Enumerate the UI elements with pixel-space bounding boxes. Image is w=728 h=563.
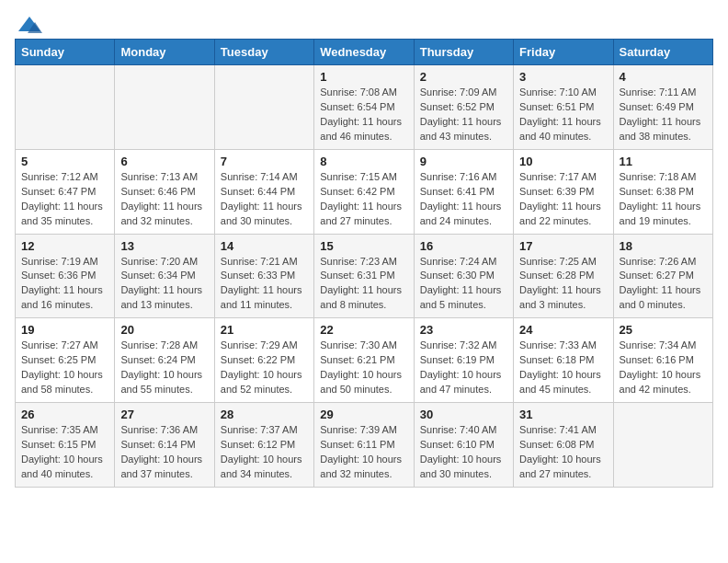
day-info: Sunrise: 7:13 AM Sunset: 6:46 PM Dayligh… bbox=[120, 170, 208, 229]
day-info: Sunrise: 7:19 AM Sunset: 6:36 PM Dayligh… bbox=[21, 255, 108, 314]
day-number: 19 bbox=[21, 323, 108, 337]
day-cell: 6Sunrise: 7:13 AM Sunset: 6:46 PM Daylig… bbox=[115, 149, 214, 234]
week-row-4: 19Sunrise: 7:27 AM Sunset: 6:25 PM Dayli… bbox=[16, 318, 713, 403]
day-info: Sunrise: 7:10 AM Sunset: 6:51 PM Dayligh… bbox=[519, 86, 607, 144]
day-cell: 30Sunrise: 7:40 AM Sunset: 6:10 PM Dayli… bbox=[414, 403, 513, 488]
day-info: Sunrise: 7:40 AM Sunset: 6:10 PM Dayligh… bbox=[420, 423, 507, 482]
day-cell: 4Sunrise: 7:11 AM Sunset: 6:49 PM Daylig… bbox=[613, 65, 712, 150]
day-number: 4 bbox=[620, 70, 707, 84]
day-info: Sunrise: 7:08 AM Sunset: 6:54 PM Dayligh… bbox=[320, 86, 407, 144]
header-day-wednesday: Wednesday bbox=[314, 40, 414, 65]
day-cell: 9Sunrise: 7:16 AM Sunset: 6:41 PM Daylig… bbox=[414, 149, 513, 234]
day-info: Sunrise: 7:34 AM Sunset: 6:16 PM Dayligh… bbox=[620, 339, 707, 397]
day-cell: 1Sunrise: 7:08 AM Sunset: 6:54 PM Daylig… bbox=[314, 65, 414, 150]
day-cell: 10Sunrise: 7:17 AM Sunset: 6:39 PM Dayli… bbox=[514, 149, 613, 234]
day-number: 12 bbox=[21, 239, 108, 253]
day-cell: 5Sunrise: 7:12 AM Sunset: 6:47 PM Daylig… bbox=[16, 149, 115, 234]
day-cell bbox=[16, 65, 115, 150]
day-info: Sunrise: 7:36 AM Sunset: 6:14 PM Dayligh… bbox=[120, 423, 208, 482]
day-info: Sunrise: 7:15 AM Sunset: 6:42 PM Dayligh… bbox=[320, 170, 407, 229]
day-cell: 15Sunrise: 7:23 AM Sunset: 6:31 PM Dayli… bbox=[314, 234, 414, 318]
header-day-sunday: Sunday bbox=[16, 40, 115, 65]
day-number: 3 bbox=[519, 70, 607, 84]
day-info: Sunrise: 7:24 AM Sunset: 6:30 PM Dayligh… bbox=[420, 255, 507, 314]
day-number: 15 bbox=[320, 239, 407, 253]
day-number: 26 bbox=[21, 408, 108, 421]
day-number: 22 bbox=[320, 323, 407, 337]
day-info: Sunrise: 7:11 AM Sunset: 6:49 PM Dayligh… bbox=[620, 86, 707, 144]
day-number: 29 bbox=[320, 408, 407, 421]
day-cell: 27Sunrise: 7:36 AM Sunset: 6:14 PM Dayli… bbox=[115, 403, 214, 488]
day-cell: 22Sunrise: 7:30 AM Sunset: 6:21 PM Dayli… bbox=[314, 318, 414, 403]
day-info: Sunrise: 7:32 AM Sunset: 6:19 PM Dayligh… bbox=[420, 339, 507, 397]
day-cell: 16Sunrise: 7:24 AM Sunset: 6:30 PM Dayli… bbox=[414, 234, 513, 318]
day-number: 28 bbox=[221, 408, 308, 421]
day-number: 25 bbox=[620, 323, 707, 337]
header-row: SundayMondayTuesdayWednesdayThursdayFrid… bbox=[16, 40, 713, 65]
day-cell: 8Sunrise: 7:15 AM Sunset: 6:42 PM Daylig… bbox=[314, 149, 414, 234]
day-cell bbox=[613, 403, 712, 488]
header-day-friday: Friday bbox=[514, 40, 613, 65]
day-cell: 28Sunrise: 7:37 AM Sunset: 6:12 PM Dayli… bbox=[214, 403, 313, 488]
day-number: 1 bbox=[320, 70, 407, 84]
day-cell: 23Sunrise: 7:32 AM Sunset: 6:19 PM Dayli… bbox=[414, 318, 513, 403]
day-info: Sunrise: 7:37 AM Sunset: 6:12 PM Dayligh… bbox=[221, 423, 308, 482]
day-info: Sunrise: 7:27 AM Sunset: 6:25 PM Dayligh… bbox=[21, 339, 108, 397]
day-cell: 20Sunrise: 7:28 AM Sunset: 6:24 PM Dayli… bbox=[115, 318, 214, 403]
day-cell: 31Sunrise: 7:41 AM Sunset: 6:08 PM Dayli… bbox=[514, 403, 613, 488]
day-number: 10 bbox=[519, 155, 607, 168]
day-number: 16 bbox=[420, 239, 507, 253]
day-info: Sunrise: 7:23 AM Sunset: 6:31 PM Dayligh… bbox=[320, 255, 407, 314]
day-info: Sunrise: 7:35 AM Sunset: 6:15 PM Dayligh… bbox=[21, 423, 108, 482]
day-number: 24 bbox=[519, 323, 607, 337]
day-cell: 11Sunrise: 7:18 AM Sunset: 6:38 PM Dayli… bbox=[613, 149, 712, 234]
header-day-thursday: Thursday bbox=[414, 40, 513, 65]
calendar-table: SundayMondayTuesdayWednesdayThursdayFrid… bbox=[15, 39, 713, 488]
day-number: 9 bbox=[420, 155, 507, 168]
day-info: Sunrise: 7:25 AM Sunset: 6:28 PM Dayligh… bbox=[519, 255, 607, 314]
day-cell: 14Sunrise: 7:21 AM Sunset: 6:33 PM Dayli… bbox=[214, 234, 313, 318]
day-info: Sunrise: 7:17 AM Sunset: 6:39 PM Dayligh… bbox=[519, 170, 607, 229]
logo-icon bbox=[17, 15, 42, 35]
day-number: 5 bbox=[21, 155, 108, 168]
header-day-monday: Monday bbox=[115, 40, 214, 65]
day-cell: 7Sunrise: 7:14 AM Sunset: 6:44 PM Daylig… bbox=[214, 149, 313, 234]
week-row-3: 12Sunrise: 7:19 AM Sunset: 6:36 PM Dayli… bbox=[16, 234, 713, 318]
day-number: 27 bbox=[120, 408, 208, 421]
week-row-5: 26Sunrise: 7:35 AM Sunset: 6:15 PM Dayli… bbox=[16, 403, 713, 488]
header-day-saturday: Saturday bbox=[613, 40, 712, 65]
page-header bbox=[15, 15, 713, 29]
day-cell: 29Sunrise: 7:39 AM Sunset: 6:11 PM Dayli… bbox=[314, 403, 414, 488]
day-cell: 26Sunrise: 7:35 AM Sunset: 6:15 PM Dayli… bbox=[16, 403, 115, 488]
day-info: Sunrise: 7:09 AM Sunset: 6:52 PM Dayligh… bbox=[420, 86, 507, 144]
day-number: 2 bbox=[420, 70, 507, 84]
day-number: 14 bbox=[221, 239, 308, 253]
day-cell: 18Sunrise: 7:26 AM Sunset: 6:27 PM Dayli… bbox=[613, 234, 712, 318]
day-number: 6 bbox=[120, 155, 208, 168]
day-number: 30 bbox=[420, 408, 507, 421]
day-cell: 19Sunrise: 7:27 AM Sunset: 6:25 PM Dayli… bbox=[16, 318, 115, 403]
day-number: 31 bbox=[519, 408, 607, 421]
day-number: 23 bbox=[420, 323, 507, 337]
logo bbox=[15, 15, 44, 29]
day-number: 21 bbox=[221, 323, 308, 337]
day-info: Sunrise: 7:26 AM Sunset: 6:27 PM Dayligh… bbox=[620, 255, 707, 314]
header-day-tuesday: Tuesday bbox=[214, 40, 313, 65]
day-info: Sunrise: 7:28 AM Sunset: 6:24 PM Dayligh… bbox=[120, 339, 208, 397]
day-info: Sunrise: 7:18 AM Sunset: 6:38 PM Dayligh… bbox=[620, 170, 707, 229]
day-number: 20 bbox=[120, 323, 208, 337]
day-info: Sunrise: 7:29 AM Sunset: 6:22 PM Dayligh… bbox=[221, 339, 308, 397]
week-row-1: 1Sunrise: 7:08 AM Sunset: 6:54 PM Daylig… bbox=[16, 65, 713, 150]
day-info: Sunrise: 7:41 AM Sunset: 6:08 PM Dayligh… bbox=[519, 423, 607, 482]
week-row-2: 5Sunrise: 7:12 AM Sunset: 6:47 PM Daylig… bbox=[16, 149, 713, 234]
day-cell: 13Sunrise: 7:20 AM Sunset: 6:34 PM Dayli… bbox=[115, 234, 214, 318]
day-info: Sunrise: 7:16 AM Sunset: 6:41 PM Dayligh… bbox=[420, 170, 507, 229]
day-cell: 12Sunrise: 7:19 AM Sunset: 6:36 PM Dayli… bbox=[16, 234, 115, 318]
day-info: Sunrise: 7:14 AM Sunset: 6:44 PM Dayligh… bbox=[221, 170, 308, 229]
day-cell: 2Sunrise: 7:09 AM Sunset: 6:52 PM Daylig… bbox=[414, 65, 513, 150]
day-cell bbox=[214, 65, 313, 150]
day-number: 17 bbox=[519, 239, 607, 253]
day-cell: 17Sunrise: 7:25 AM Sunset: 6:28 PM Dayli… bbox=[514, 234, 613, 318]
day-number: 18 bbox=[620, 239, 707, 253]
day-info: Sunrise: 7:30 AM Sunset: 6:21 PM Dayligh… bbox=[320, 339, 407, 397]
